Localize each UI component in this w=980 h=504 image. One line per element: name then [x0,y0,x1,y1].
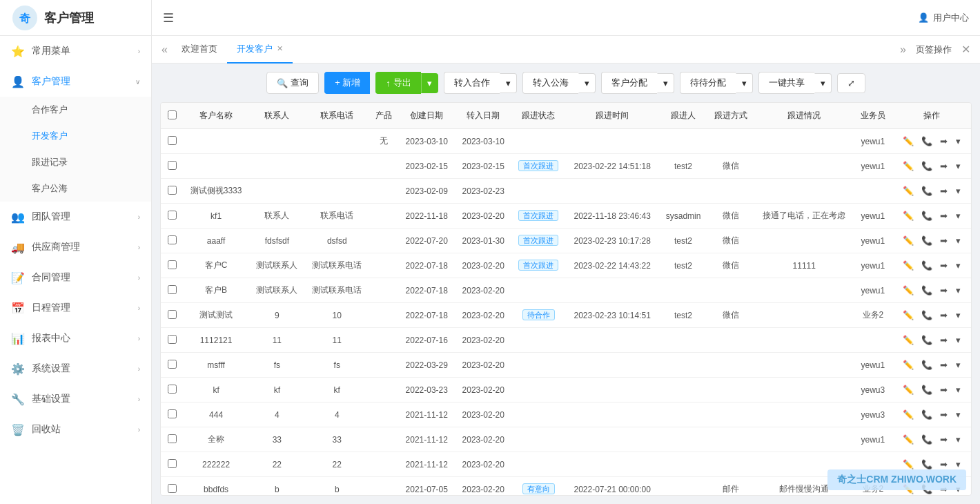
forward-button[interactable]: ➡ [937,458,950,471]
edit-button[interactable]: ✏️ [900,234,917,247]
more-button[interactable]: ▾ [953,284,963,297]
forward-button[interactable]: ➡ [937,333,950,347]
transfer-coop-arrow[interactable]: ▾ [500,73,517,93]
more-button[interactable]: ▾ [953,135,963,148]
row-checkbox-cell[interactable] [161,303,183,328]
edit-button[interactable]: ✏️ [900,259,917,272]
row-checkbox-cell[interactable] [161,154,183,179]
select-all-cell[interactable] [161,103,183,129]
row-checkbox[interactable] [168,161,177,170]
edit-button[interactable]: ✏️ [900,408,917,421]
edit-button[interactable]: ✏️ [900,333,917,347]
sidebar-item-team[interactable]: 👥 团队管理 › [0,202,151,232]
call-button[interactable]: 📞 [919,159,935,173]
row-checkbox[interactable] [168,335,177,344]
row-checkbox[interactable] [168,409,177,418]
add-button[interactable]: + 新增 [324,72,370,94]
more-button[interactable]: ▾ [953,383,963,396]
edit-button[interactable]: ✏️ [900,458,917,471]
more-button[interactable]: ▾ [953,209,963,222]
sidebar-item-schedule[interactable]: 📅 日程管理 › [0,293,151,323]
call-button[interactable]: 📞 [919,209,935,222]
row-checkbox-cell[interactable] [161,477,183,496]
tab-close-icon[interactable]: ✕ [277,44,283,53]
row-checkbox-cell[interactable] [161,328,183,353]
distribute-arrow[interactable]: ▾ [657,73,674,93]
forward-button[interactable]: ➡ [937,309,950,322]
sidebar-item-base[interactable]: 🔧 基础设置 › [0,384,151,414]
row-checkbox-cell[interactable] [161,353,183,378]
sidebar-item-customer[interactable]: 👤 客户管理 ∨ [0,66,151,97]
sidebar-item-common[interactable]: ⭐ 常用菜单 › [0,36,151,66]
more-button[interactable]: ▾ [953,333,963,347]
transfer-coop-button[interactable]: 转入合作 [444,72,500,94]
more-button[interactable]: ▾ [953,433,963,446]
row-checkbox-cell[interactable] [161,452,183,477]
tab-dev-customer[interactable]: 开发客户 ✕ [227,36,293,64]
row-checkbox[interactable] [168,186,177,195]
forward-button[interactable]: ➡ [937,284,950,297]
row-checkbox[interactable] [168,310,177,319]
user-center-btn[interactable]: 👤 用户中心 [918,12,969,24]
row-checkbox[interactable] [168,484,177,493]
more-button[interactable]: ▾ [953,483,963,496]
pending-button[interactable]: 待待分配 [680,72,736,94]
row-checkbox-cell[interactable] [161,129,183,154]
row-checkbox[interactable] [168,211,177,220]
row-checkbox-cell[interactable] [161,427,183,452]
edit-button[interactable]: ✏️ [900,135,917,148]
call-button[interactable]: 📞 [919,483,935,496]
sidebar-item-follow-record[interactable]: 跟进记录 [0,149,151,175]
edit-button[interactable]: ✏️ [900,383,917,396]
more-button[interactable]: ▾ [953,259,963,272]
edit-button[interactable]: ✏️ [900,184,917,197]
forward-button[interactable]: ➡ [937,135,950,148]
more-button[interactable]: ▾ [953,358,963,371]
row-checkbox[interactable] [168,360,177,369]
call-button[interactable]: 📞 [919,458,935,471]
forward-button[interactable]: ➡ [937,209,950,222]
share-button[interactable]: 一键共享 [758,72,814,94]
pending-arrow[interactable]: ▾ [736,73,753,93]
forward-button[interactable]: ➡ [937,433,950,446]
forward-button[interactable]: ➡ [937,483,950,496]
edit-button[interactable]: ✏️ [900,209,917,222]
sidebar-item-customer-pool[interactable]: 客户公海 [0,175,151,202]
sidebar-item-coop-customer[interactable]: 合作客户 [0,97,151,123]
edit-button[interactable]: ✏️ [900,309,917,322]
sidebar-item-dev-customer[interactable]: 开发客户 [0,123,151,149]
row-checkbox[interactable] [168,260,177,269]
edit-button[interactable]: ✏️ [900,358,917,371]
call-button[interactable]: 📞 [919,284,935,297]
forward-button[interactable]: ➡ [937,259,950,272]
sidebar-item-report[interactable]: 📊 报表中心 › [0,323,151,353]
more-button[interactable]: ▾ [953,309,963,322]
forward-button[interactable]: ➡ [937,184,950,197]
sidebar-item-trash[interactable]: 🗑️ 回收站 › [0,414,151,445]
select-all-checkbox[interactable] [168,110,177,119]
call-button[interactable]: 📞 [919,433,935,446]
edit-button[interactable]: ✏️ [900,433,917,446]
row-checkbox-cell[interactable] [161,378,183,403]
call-button[interactable]: 📞 [919,259,935,272]
share-arrow[interactable]: ▾ [814,73,832,93]
row-checkbox-cell[interactable] [161,403,183,427]
forward-button[interactable]: ➡ [937,408,950,421]
tab-home[interactable]: 欢迎首页 [172,36,227,64]
row-checkbox-cell[interactable] [161,253,183,278]
row-checkbox-cell[interactable] [161,179,183,204]
row-checkbox-cell[interactable] [161,229,183,253]
more-button[interactable]: ▾ [953,408,963,421]
export-dropdown-arrow[interactable]: ▾ [421,73,438,93]
row-checkbox[interactable] [168,285,177,294]
fullscreen-button[interactable]: ⤢ [837,73,865,93]
call-button[interactable]: 📞 [919,309,935,322]
forward-button[interactable]: ➡ [937,234,950,247]
row-checkbox[interactable] [168,434,177,443]
edit-button[interactable]: ✏️ [900,159,917,173]
forward-button[interactable]: ➡ [937,383,950,396]
forward-button[interactable]: ➡ [937,159,950,173]
edit-button[interactable]: ✏️ [900,483,917,496]
call-button[interactable]: 📞 [919,234,935,247]
sidebar-item-supplier[interactable]: 🚚 供应商管理 › [0,232,151,262]
